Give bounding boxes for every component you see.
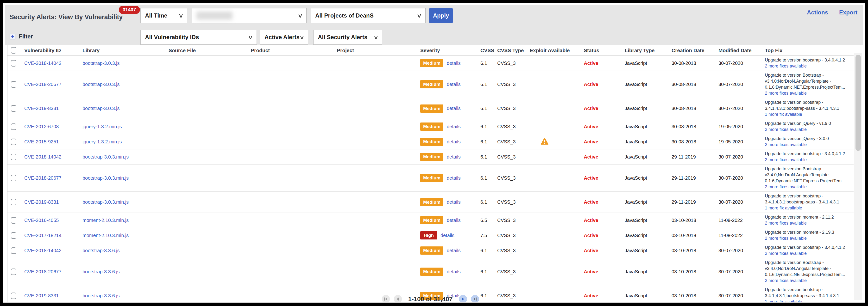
vulnerability-id-link[interactable]: CVE-2019-8331 <box>24 106 59 111</box>
modified-date-cell: 30-07-2020 <box>716 61 762 66</box>
library-link[interactable]: moment-2.10.3.min.js <box>83 233 129 238</box>
more-fixes-link[interactable]: 2 more fixes available <box>765 142 851 148</box>
modified-date-cell: 19-05-2020 <box>716 139 762 145</box>
vulnerability-id-link[interactable]: CVE-2012-6708 <box>24 124 59 129</box>
more-fixes-link[interactable]: 2 more fixes available <box>765 220 851 226</box>
modified-date-cell: 30-07-2020 <box>716 154 762 160</box>
next-page-button[interactable] <box>459 295 467 303</box>
projects-select[interactable]: All Projects of DeanS ∨ <box>311 8 426 23</box>
vulnerability-id-link[interactable]: CVE-2018-14042 <box>24 61 62 66</box>
library-link[interactable]: bootstrap-3.0.3.min.js <box>83 175 129 181</box>
row-checkbox[interactable] <box>11 232 17 239</box>
more-fixes-link[interactable]: 2 more fixes available <box>765 63 851 69</box>
library-link[interactable]: jquery-1.3.2.min.js <box>83 124 122 129</box>
row-checkbox[interactable] <box>11 139 17 145</box>
details-link[interactable]: details <box>447 139 461 145</box>
modified-date-cell: 30-07-2020 <box>716 175 762 181</box>
row-checkbox[interactable] <box>11 217 17 224</box>
row-checkbox[interactable] <box>11 199 17 205</box>
vulnerability-id-link[interactable]: CVE-2018-14042 <box>24 154 62 160</box>
row-checkbox[interactable] <box>11 60 17 67</box>
modified-date-cell: 11-08-2022 <box>716 233 762 238</box>
apply-button[interactable]: Apply <box>429 8 453 23</box>
column-header: Top Fix <box>762 47 854 53</box>
alert-type-select[interactable]: All Security Alerts ∨ <box>313 30 382 45</box>
row-checkbox[interactable] <box>11 175 17 181</box>
library-cell: bootstrap-3.0.3.min.js <box>80 175 166 181</box>
column-header: CVSS Type <box>494 47 527 53</box>
severity-badge: Medium <box>420 216 443 224</box>
details-link[interactable]: details <box>447 82 461 87</box>
details-link[interactable]: details <box>440 233 455 238</box>
row-checkbox[interactable] <box>11 81 17 88</box>
export-link[interactable]: Export <box>839 9 858 16</box>
details-link[interactable]: details <box>447 269 461 275</box>
vulnerability-id-link[interactable]: CVE-2016-4055 <box>24 217 59 223</box>
vulnerability-id-link[interactable]: CVE-2018-20677 <box>24 82 62 87</box>
vulnerability-ids-select[interactable]: All Vulnerability IDs ∨ <box>141 30 257 45</box>
select-all-checkbox[interactable] <box>11 47 17 54</box>
more-fixes-link[interactable]: 2 more fixes available <box>765 184 851 190</box>
details-link[interactable]: details <box>447 106 461 111</box>
library-link[interactable]: moment-2.10.3.min.js <box>83 217 129 223</box>
details-link[interactable]: details <box>447 154 461 160</box>
first-page-button[interactable] <box>381 295 390 303</box>
top-fix-cell: Upgrade to version bootstrap - 3.4.1,4.3… <box>762 285 854 303</box>
more-fixes-link[interactable]: 2 more fixes available <box>765 235 851 241</box>
time-range-select[interactable]: All Time ∨ <box>141 8 187 23</box>
more-fixes-link[interactable]: 1 more fix available <box>765 205 851 211</box>
library-link[interactable]: bootstrap-3.3.6.js <box>83 293 120 298</box>
last-page-button[interactable] <box>471 295 479 303</box>
actions-link[interactable]: Actions <box>807 9 828 16</box>
library-link[interactable]: bootstrap-3.0.3.js <box>83 82 120 87</box>
severity-cell: Mediumdetails <box>417 80 477 89</box>
row-checkbox[interactable] <box>11 247 17 254</box>
more-fixes-link[interactable]: 2 more fixes available <box>765 278 851 284</box>
status-cell: Active <box>581 139 622 145</box>
scrollbar-thumb[interactable] <box>856 55 861 151</box>
details-link[interactable]: details <box>447 199 461 205</box>
more-fixes-link[interactable]: 2 more fixes available <box>765 127 851 133</box>
details-link[interactable]: details <box>447 175 461 181</box>
row-checkbox[interactable] <box>11 105 17 112</box>
vulnerability-id-link[interactable]: CVE-2017-18214 <box>24 233 62 238</box>
expand-plus-icon[interactable]: + <box>10 34 16 39</box>
row-checkbox[interactable] <box>11 269 17 275</box>
more-fixes-link[interactable]: 2 more fixes available <box>765 250 851 257</box>
library-link[interactable]: bootstrap-3.3.6.js <box>83 248 120 253</box>
more-fixes-link[interactable]: 1 more fix available <box>765 299 851 303</box>
filter-toggle[interactable]: + Filter <box>10 33 33 40</box>
library-link[interactable]: bootstrap-3.3.6.js <box>83 269 120 274</box>
more-fixes-link[interactable]: 1 more fix available <box>765 111 851 117</box>
row-checkbox[interactable] <box>11 124 17 130</box>
top-fix-text: Upgrade to version Bootstrap - v3.4.0;No… <box>765 260 851 278</box>
status-cell: Active <box>581 154 622 160</box>
vertical-scrollbar[interactable] <box>854 53 862 300</box>
row-checkbox[interactable] <box>11 293 17 299</box>
library-link[interactable]: jquery-1.3.2.min.js <box>83 139 122 144</box>
vulnerability-id-link[interactable]: CVE-2019-8331 <box>24 293 59 298</box>
library-link[interactable]: bootstrap-3.0.3.js <box>83 106 120 111</box>
column-header: Exploit Available <box>527 47 581 53</box>
more-fixes-link[interactable]: 2 more fixes available <box>765 90 851 96</box>
alert-status-select[interactable]: Active Alerts ∨ <box>260 30 308 45</box>
organization-select[interactable]: ∨ <box>192 8 307 23</box>
vulnerability-id-link[interactable]: CVE-2018-20677 <box>24 269 62 274</box>
library-cell: bootstrap-3.3.6.js <box>80 293 166 299</box>
vulnerability-id-link[interactable]: CVE-2018-14042 <box>24 248 62 253</box>
prev-page-button[interactable] <box>394 295 402 303</box>
details-link[interactable]: details <box>447 248 461 253</box>
more-fixes-link[interactable]: 2 more fixes available <box>765 157 851 163</box>
library-link[interactable]: bootstrap-3.0.3.min.js <box>83 199 129 205</box>
vulnerability-id-link[interactable]: CVE-2015-9251 <box>24 139 59 144</box>
row-checkbox[interactable] <box>11 154 17 160</box>
top-fix-text: Upgrade to version bootstrap - 3.4.0,4.1… <box>765 151 851 157</box>
details-link[interactable]: details <box>447 61 461 66</box>
library-link[interactable]: bootstrap-3.0.3.js <box>83 61 120 66</box>
vulnerability-id-link[interactable]: CVE-2018-20677 <box>24 175 62 181</box>
library-link[interactable]: bootstrap-3.0.3.min.js <box>83 154 129 160</box>
vulnerability-id-cell: CVE-2018-14042 <box>22 248 80 253</box>
vulnerability-id-link[interactable]: CVE-2019-8331 <box>24 199 59 205</box>
details-link[interactable]: details <box>447 124 461 130</box>
details-link[interactable]: details <box>447 217 461 223</box>
